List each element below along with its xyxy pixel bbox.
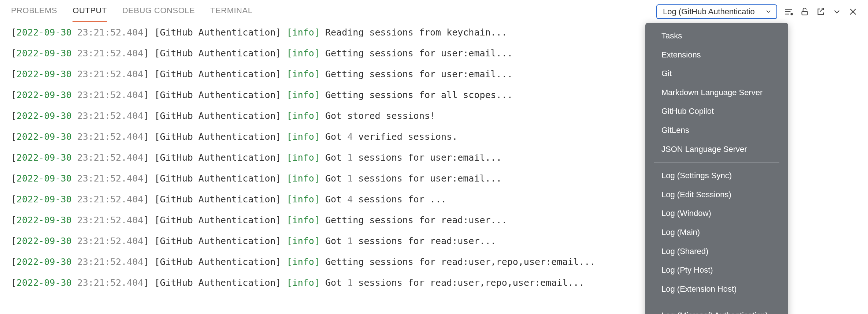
output-channel-dropdown[interactable]: TasksExtensionsGitMarkdown Language Serv…	[645, 23, 788, 314]
panel-tabs: PROBLEMS OUTPUT DEBUG CONSOLE TERMINAL	[11, 1, 252, 21]
tab-output[interactable]: OUTPUT	[73, 1, 107, 21]
open-file-icon[interactable]	[816, 7, 826, 16]
chevron-down-icon[interactable]	[832, 7, 842, 16]
dropdown-item[interactable]: Extensions	[645, 45, 788, 64]
output-toolbar: Log (GitHub Authenticatio	[656, 4, 858, 19]
dropdown-separator	[654, 162, 779, 162]
dropdown-item[interactable]: Log (Pty Host)	[645, 261, 788, 280]
dropdown-item[interactable]: GitLens	[645, 121, 788, 140]
dropdown-item[interactable]: Log (Extension Host)	[645, 280, 788, 299]
dropdown-item[interactable]: Log (Microsoft Authentication)	[645, 306, 788, 314]
panel-header: PROBLEMS OUTPUT DEBUG CONSOLE TERMINAL L…	[0, 0, 868, 22]
filter-icon[interactable]	[784, 7, 793, 16]
tab-debug-console[interactable]: DEBUG CONSOLE	[122, 1, 195, 21]
dropdown-item[interactable]: Git	[645, 64, 788, 83]
chevron-down-icon	[765, 7, 771, 16]
dropdown-separator	[654, 302, 779, 302]
lock-icon[interactable]	[800, 7, 809, 16]
dropdown-item[interactable]: GitHub Copilot	[645, 102, 788, 121]
dropdown-item[interactable]: JSON Language Server	[645, 140, 788, 159]
output-channel-select[interactable]: Log (GitHub Authenticatio	[656, 4, 777, 19]
output-channel-label: Log (GitHub Authenticatio	[663, 7, 762, 16]
tab-problems[interactable]: PROBLEMS	[11, 1, 57, 21]
svg-rect-4	[802, 11, 807, 15]
tab-terminal[interactable]: TERMINAL	[210, 1, 252, 21]
dropdown-item[interactable]: Log (Window)	[645, 204, 788, 223]
dropdown-item[interactable]: Log (Main)	[645, 223, 788, 242]
dropdown-item[interactable]: Markdown Language Server	[645, 83, 788, 102]
dropdown-item[interactable]: Log (Shared)	[645, 242, 788, 261]
close-icon[interactable]	[848, 7, 858, 16]
dropdown-item[interactable]: Tasks	[645, 26, 788, 45]
dropdown-item[interactable]: Log (Settings Sync)	[645, 166, 788, 185]
svg-point-3	[790, 13, 793, 15]
dropdown-item[interactable]: Log (Edit Sessions)	[645, 185, 788, 204]
